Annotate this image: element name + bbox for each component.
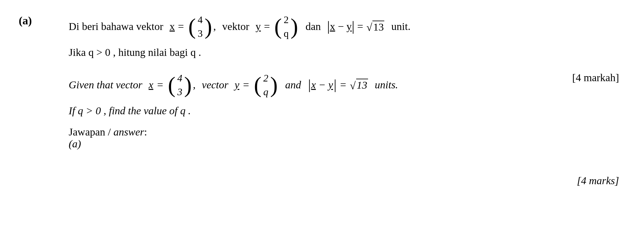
matrix2-col: 2 q bbox=[282, 12, 291, 41]
english-text-prefix: Given that vector bbox=[69, 79, 142, 91]
english-matrix2: ( 2 q ) bbox=[254, 71, 278, 99]
malay-x-var: x bbox=[170, 21, 175, 32]
english-units: units. bbox=[375, 79, 398, 91]
answer-section: Jawapan / answer: (a) bbox=[69, 126, 619, 150]
en-right-bracket-2: ) bbox=[270, 74, 278, 96]
malay-dan: dan bbox=[306, 21, 321, 32]
malay-matrix1: ( 4 3 ) bbox=[188, 12, 212, 41]
english-section: Given that vector x = ( 4 3 ) , vect bbox=[69, 71, 619, 117]
en-matrix2-bottom: q bbox=[263, 86, 268, 98]
right-bracket-1: ) bbox=[204, 15, 212, 38]
english-matrix1: ( 4 3 ) bbox=[168, 71, 192, 99]
malay-text-prefix: Di beri bahawa vektor bbox=[69, 21, 163, 32]
matrix1-bottom: 3 bbox=[198, 27, 203, 39]
answer-label-italic: answer bbox=[114, 126, 144, 138]
matrix2-bottom: q bbox=[284, 27, 289, 39]
english-line2: If q > 0 , find the value of q . bbox=[69, 105, 619, 117]
malay-sqrt: √ 13 bbox=[366, 21, 385, 33]
matrix2-top: 2 bbox=[284, 14, 289, 26]
english-vector: vector bbox=[202, 79, 229, 91]
english-sqrt: √ 13 bbox=[350, 79, 368, 91]
malay-matrix2: ( 2 q ) bbox=[274, 12, 298, 41]
malay-abs: | x − y | bbox=[327, 20, 355, 33]
english-x-var: x bbox=[149, 79, 153, 91]
en-matrix2-top: 2 bbox=[263, 72, 268, 84]
answer-jawapan: Jawapan / bbox=[69, 126, 111, 138]
malay-line2: Jika q > 0 , hitung nilai bagi q . bbox=[69, 47, 619, 58]
marks-english: [4 marks] bbox=[577, 175, 619, 187]
answer-part: (a) bbox=[69, 138, 81, 150]
sqrt-13-english: 13 bbox=[356, 79, 368, 91]
english-abs: | x − y | bbox=[307, 78, 337, 92]
en-matrix2-col: 2 q bbox=[262, 71, 270, 99]
en-matrix1-col: 4 3 bbox=[175, 71, 184, 99]
part-label: (a) bbox=[19, 14, 32, 27]
page-container: (a) Di beri bahawa vektor x = ( 4 3 bbox=[0, 0, 644, 246]
matrix1-col: 4 3 bbox=[196, 12, 204, 41]
malay-vektor: vektor bbox=[222, 21, 249, 32]
english-y-var: y bbox=[235, 79, 239, 91]
malay-section: Di beri bahawa vektor x = ( 4 3 ) , bbox=[69, 12, 619, 58]
en-matrix1-top: 4 bbox=[177, 72, 182, 84]
matrix1-top: 4 bbox=[198, 14, 203, 26]
en-left-bracket-1: ( bbox=[168, 74, 175, 96]
malay-unit: unit. bbox=[391, 21, 410, 32]
english-line1: Given that vector x = ( 4 3 ) , vect bbox=[69, 71, 619, 99]
content-area: Di beri bahawa vektor x = ( 4 3 ) , bbox=[69, 12, 619, 150]
en-right-bracket-1: ) bbox=[184, 74, 192, 96]
malay-y-var: y bbox=[256, 21, 261, 32]
en-left-bracket-2: ( bbox=[254, 74, 262, 96]
sqrt-13-malay: 13 bbox=[372, 21, 384, 33]
marks-malay: [4 markah] bbox=[572, 72, 619, 84]
left-bracket-1: ( bbox=[188, 15, 196, 38]
right-bracket-2: ) bbox=[291, 15, 298, 38]
left-bracket-2: ( bbox=[274, 15, 282, 38]
malay-line1: Di beri bahawa vektor x = ( 4 3 ) , bbox=[69, 12, 619, 41]
english-and: and bbox=[285, 79, 301, 91]
en-matrix1-bottom: 3 bbox=[177, 86, 182, 98]
